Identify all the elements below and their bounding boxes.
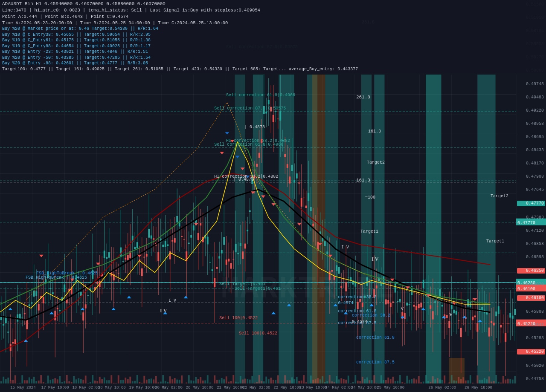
buy-line-4: Buy %10 @ C_Entry88: 0.44654 || Target:0… bbox=[2, 43, 544, 49]
buy-line-5: Buy %10 @ Entry -23: 0.43921 || Target:0… bbox=[2, 49, 544, 55]
target-line: Target100: 0.4777 || Target 161: 0.49025… bbox=[2, 66, 544, 72]
point-info: Point A:0.444 | Point B:0.4643 | Point C… bbox=[2, 14, 544, 20]
buy-line-6: Buy %20 @ Entry -50: 0.43385 || Target:0… bbox=[2, 55, 544, 61]
top-bar: ADAUSDT-Bin H1 0.45940000 0.46070000 0.4… bbox=[0, 0, 546, 73]
time-info: Time A:2024.05:23-20:00:00 | Time B:2024… bbox=[2, 20, 544, 26]
buy-line-3: Buy %10 @ C_Entry61: 0.45175 || Target:0… bbox=[2, 37, 544, 43]
buy-line-7: Buy %20 @ Entry -88: 0.42601 || Target:0… bbox=[2, 61, 544, 66]
chart-title: ADAUSDT-Bin H1 0.45940000 0.46070000 0.4… bbox=[2, 1, 544, 7]
buy-lines: Buy %20 @ Market price or at: 0.46 Targe… bbox=[2, 26, 544, 66]
buy-line-2: Buy %10 @ C_Entry38: 0.45655 || Target:0… bbox=[2, 32, 544, 38]
chart-subtitle: Line:3470 | h1_atr_c0: 0.0023 | tema_h1_… bbox=[2, 7, 544, 14]
chart-container: ADAUSDT-Bin H1 0.45940000 0.46070000 0.4… bbox=[0, 0, 546, 392]
buy-line-1: Buy %20 @ Market price or at: 0.46 Targe… bbox=[2, 26, 544, 32]
